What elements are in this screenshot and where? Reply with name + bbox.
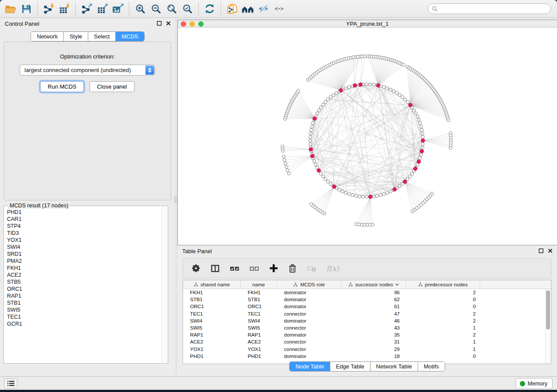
search-input[interactable] [440, 4, 550, 13]
tab-style[interactable]: Style [63, 32, 88, 41]
select-all-icon[interactable] [230, 265, 239, 272]
mcds-result-item[interactable]: PMA2 [7, 258, 168, 265]
run-mcds-button[interactable]: Run MCDS [40, 81, 84, 92]
show-panels-button[interactable] [4, 378, 17, 389]
export-network-button[interactable] [79, 1, 94, 16]
network-node [392, 89, 395, 93]
mcds-result-item[interactable]: YOX1 [7, 237, 168, 244]
network-edge [378, 65, 404, 86]
table-row[interactable]: TEC1TEC1connector472 [183, 310, 551, 317]
mcds-result-item[interactable]: SWI5 [7, 306, 168, 313]
mcds-result-item[interactable]: ORC1 [7, 285, 168, 292]
tab-motifs[interactable]: Motifs [418, 362, 445, 371]
save-session-button[interactable] [18, 1, 34, 16]
result-scrollbar[interactable] [162, 206, 167, 363]
column-header-predecessor-nodes[interactable]: predecessor nodes [406, 280, 480, 289]
zoom-out-button[interactable] [148, 1, 164, 16]
network-node [386, 191, 389, 194]
settings-gear-icon[interactable] [191, 264, 201, 273]
network-node [360, 55, 363, 58]
export-image-button[interactable] [110, 1, 126, 16]
mcds-result-item[interactable]: SWI4 [7, 244, 168, 251]
network-node [406, 178, 409, 181]
clear-table-icon[interactable] [307, 265, 316, 272]
table-cell: 46 [342, 318, 406, 323]
function-builder-icon[interactable]: f(x) [326, 264, 339, 273]
search-icon [432, 6, 438, 12]
mcds-result-item[interactable]: ACE2 [7, 272, 168, 279]
zoom-in-button[interactable] [132, 1, 148, 16]
tab-network-table[interactable]: Network Table [370, 362, 418, 371]
column-header-shared-name[interactable]: shared name [183, 280, 241, 289]
table-row[interactable]: SWI4SWI4dominator462 [183, 317, 551, 324]
table-cell: 62 [342, 297, 406, 302]
mcds-result-item[interactable]: CAR1 [7, 216, 168, 223]
open-file-button[interactable] [3, 1, 18, 16]
import-table-button[interactable] [56, 1, 72, 16]
table-row[interactable]: STB1STB1dominator620 [183, 296, 551, 303]
search-field [428, 3, 551, 14]
table-row[interactable]: ACE2ACE2connector311 [183, 338, 551, 345]
mcds-result-item[interactable]: SRD1 [7, 251, 168, 258]
tab-node-table[interactable]: Node Table [290, 362, 330, 371]
optimization-criterion-label: Optimization criterion: [4, 53, 171, 60]
network-node [389, 88, 392, 91]
tab-edge-table[interactable]: Edge Table [330, 362, 370, 371]
network-node [403, 180, 407, 183]
tab-network[interactable]: Network [31, 32, 63, 41]
zoom-selected-button[interactable] [180, 1, 195, 16]
mcds-result-item[interactable]: PHD1 [7, 209, 168, 216]
table-row[interactable]: SWI5SWI5connector431 [183, 324, 551, 331]
float-panel-icon[interactable] [157, 21, 162, 26]
network-edge [364, 197, 370, 225]
memory-button[interactable]: Memory [515, 378, 553, 389]
mcds-result-item[interactable]: STB1 [7, 299, 168, 306]
mcds-result-item[interactable]: STP4 [7, 223, 168, 230]
table-row[interactable]: FKH1FKH1dominator962 [183, 289, 551, 296]
network-node [416, 115, 419, 118]
zoom-fit-button[interactable] [164, 1, 180, 16]
clone-network-button[interactable] [224, 1, 240, 16]
network-node [324, 178, 327, 181]
close-panel-icon[interactable] [548, 248, 553, 253]
column-header-name[interactable]: name [241, 280, 277, 289]
mcds-result-item[interactable]: GCR1 [7, 320, 168, 327]
mcds-result-item[interactable]: TID3 [7, 230, 168, 237]
close-panel-button[interactable]: Close panel [90, 81, 135, 92]
show-all-button[interactable] [271, 1, 287, 16]
network-node [421, 135, 424, 138]
mcds-result-item[interactable]: TEC1 [7, 313, 168, 320]
column-header-successor-nodes[interactable]: successor nodes [342, 280, 406, 289]
tab-mcds[interactable]: MCDS [115, 32, 144, 41]
table-row[interactable]: RAP1RAP1dominator352 [183, 331, 551, 338]
deselect-all-icon[interactable] [249, 265, 259, 272]
network-node [311, 122, 315, 125]
export-table-button[interactable] [94, 1, 110, 16]
table-row[interactable]: PHD1PHD1dominator180 [183, 353, 551, 360]
close-panel-icon[interactable] [166, 21, 171, 26]
column-header-mcds-role[interactable]: MCDS role [277, 280, 342, 289]
optimization-criterion-select[interactable]: largest connected component (undirected) [20, 65, 155, 76]
network-node [372, 195, 375, 198]
table-scrollbar-thumb[interactable] [546, 290, 550, 330]
tab-select[interactable]: Select [88, 32, 115, 41]
network-node [393, 188, 396, 191]
home-button[interactable] [240, 1, 256, 16]
mcds-result-item[interactable]: RAP1 [7, 292, 168, 299]
table-row[interactable]: ORC1ORC1dominator610 [183, 303, 551, 310]
import-network-button[interactable] [41, 1, 56, 16]
add-row-icon[interactable] [269, 264, 278, 273]
hide-selected-button[interactable] [256, 1, 271, 16]
split-panel-icon[interactable] [211, 264, 220, 273]
table-row[interactable]: YOX1YOX1connector291 [183, 346, 551, 353]
mcds-result-item[interactable]: FKH1 [7, 265, 168, 272]
mcds-result-item[interactable]: STB5 [7, 279, 168, 285]
table-body: FKH1FKH1dominator962STB1STB1dominator620… [183, 289, 551, 360]
sort-descending-icon [395, 283, 399, 286]
network-canvas[interactable] [178, 28, 557, 245]
refresh-view-button[interactable] [202, 1, 218, 16]
network-node [322, 103, 325, 106]
network-graph[interactable] [178, 28, 557, 245]
delete-row-icon[interactable] [288, 264, 297, 273]
float-panel-icon[interactable] [539, 248, 543, 253]
